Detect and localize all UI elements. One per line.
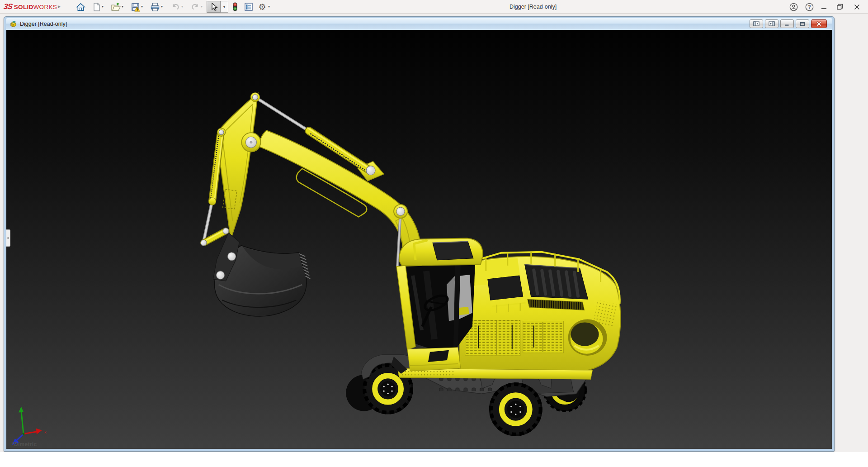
doc-close-button[interactable] xyxy=(811,19,827,28)
select-cursor-icon xyxy=(210,2,218,11)
save-dropdown[interactable]: ▾ xyxy=(140,5,144,9)
svg-text:?: ? xyxy=(808,5,811,10)
doc-minimize-button[interactable] xyxy=(780,19,794,28)
options-dropdown[interactable]: ▾ xyxy=(267,5,271,9)
svg-text:x: x xyxy=(44,430,47,434)
part-document-icon xyxy=(9,20,17,28)
open-dropdown[interactable]: ▾ xyxy=(120,5,125,9)
app-background xyxy=(0,452,868,467)
new-document-dropdown[interactable]: ▾ xyxy=(100,5,105,9)
print-icon[interactable] xyxy=(150,1,160,12)
redo-icon xyxy=(189,1,200,12)
document-caption-buttons xyxy=(750,19,827,28)
pane-collapse-tab[interactable] xyxy=(6,229,10,247)
solidworks-logo: 3S SOLIDWORKS xyxy=(4,2,57,12)
window-minimize-icon[interactable] xyxy=(819,2,829,12)
graphics-viewport[interactable]: x *Dimetric xyxy=(6,30,832,449)
orientation-triad: x xyxy=(12,406,47,444)
print-dropdown[interactable]: ▾ xyxy=(160,5,164,9)
solidworks-app: 3S SOLIDWORKS ▸ ▾ ▾ ▾ ▾ ▾ ▾ xyxy=(0,0,868,467)
app-title: Digger [Read-only] xyxy=(509,4,557,10)
stick-cylinder xyxy=(204,128,226,241)
save-icon[interactable] xyxy=(130,1,141,12)
options-gear-icon[interactable]: ⚙ xyxy=(257,1,268,12)
stick-arm xyxy=(217,93,260,239)
brand-works: WORKS xyxy=(33,4,57,10)
excavator-model[interactable]: x xyxy=(6,30,832,449)
file-properties-icon[interactable] xyxy=(243,1,254,12)
account-icon[interactable] xyxy=(788,2,798,12)
document-title: Digger [Read-only] xyxy=(20,21,67,27)
toggle-left-pane-button[interactable] xyxy=(750,19,763,28)
open-icon[interactable] xyxy=(110,1,121,12)
help-icon[interactable]: ? xyxy=(804,2,814,12)
brand-solid: SOLID xyxy=(14,4,33,10)
toggle-right-pane-button[interactable] xyxy=(765,19,778,28)
home-icon[interactable] xyxy=(75,1,86,12)
window-close-icon[interactable] xyxy=(852,2,862,12)
redo-dropdown: ▾ xyxy=(199,5,204,9)
undo-dropdown: ▾ xyxy=(180,5,184,9)
view-orientation-label: *Dimetric xyxy=(12,441,37,448)
toolbar-expand-icon[interactable]: ▸ xyxy=(58,3,61,10)
app-titlebar: 3S SOLIDWORKS ▸ ▾ ▾ ▾ ▾ ▾ ▾ xyxy=(0,0,868,14)
document-titlebar[interactable]: Digger [Read-only] xyxy=(6,18,832,30)
rebuild-traffic-light-icon[interactable] xyxy=(230,1,241,12)
undo-icon xyxy=(170,1,181,12)
doc-restore-button[interactable] xyxy=(796,19,809,28)
select-tool-button[interactable] xyxy=(207,1,221,13)
ds-logo-icon: 3S xyxy=(3,2,13,11)
document-window: Digger [Read-only] xyxy=(4,16,835,452)
select-tool-dropdown[interactable]: ▾ xyxy=(221,1,228,13)
window-restore-icon[interactable] xyxy=(835,2,845,12)
wheel-rear-left xyxy=(489,382,542,436)
